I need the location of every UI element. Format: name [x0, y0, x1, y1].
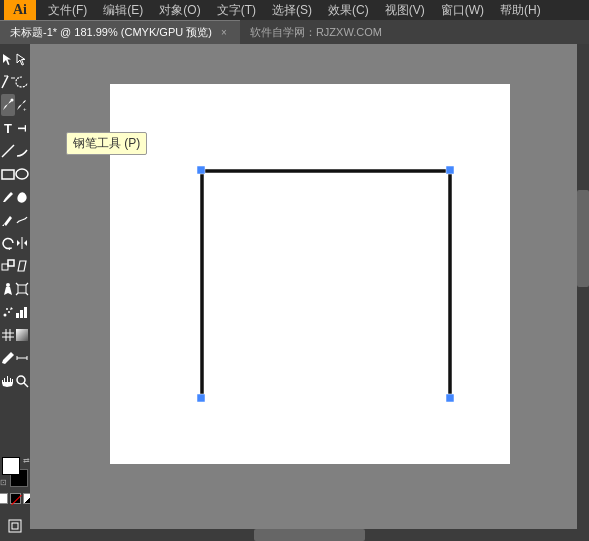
- free-transform-tool[interactable]: [15, 278, 29, 300]
- default-colors-icon[interactable]: ⊡: [0, 479, 7, 487]
- eyedropper-tools: [1, 347, 29, 369]
- pen-tool[interactable]: [1, 94, 15, 116]
- canvas-document: [110, 84, 510, 464]
- svg-rect-9: [2, 264, 8, 270]
- svg-line-5: [2, 145, 14, 157]
- svg-point-27: [17, 376, 25, 384]
- wand-tools: [1, 71, 29, 93]
- swap-colors-icon[interactable]: ⇄: [23, 457, 30, 465]
- vertical-type-tool[interactable]: T: [15, 117, 29, 139]
- svg-line-28: [24, 383, 28, 387]
- menu-type[interactable]: 文字(T): [209, 0, 264, 20]
- add-anchor-tool[interactable]: +: [15, 94, 29, 116]
- main-area: + T T: [0, 44, 589, 541]
- none-mode-button[interactable]: [10, 493, 21, 504]
- color-section: ⇄ ⊡: [0, 453, 30, 508]
- line-tool[interactable]: [1, 140, 15, 162]
- svg-line-0: [2, 76, 8, 88]
- shear-tool[interactable]: [15, 255, 29, 277]
- hand-tool[interactable]: [1, 370, 15, 392]
- pencil-tools: [1, 209, 29, 231]
- fill-swatch[interactable]: [2, 457, 20, 475]
- measure-tool[interactable]: [15, 347, 29, 369]
- svg-rect-12: [18, 285, 26, 293]
- shape-tools: [1, 163, 29, 185]
- transform-tools-1: [1, 232, 29, 254]
- zoom-tool[interactable]: [15, 370, 29, 392]
- screen-mode-section: [4, 515, 26, 537]
- svg-rect-6: [2, 170, 14, 179]
- svg-rect-29: [9, 520, 21, 532]
- gradient-mode-button[interactable]: [23, 493, 31, 504]
- menu-object[interactable]: 对象(O): [151, 0, 208, 20]
- selection-tools: [1, 48, 29, 70]
- selection-tool[interactable]: [1, 48, 15, 70]
- brush-tools: [1, 186, 29, 208]
- svg-point-3: [11, 99, 14, 102]
- svg-rect-23: [16, 329, 28, 341]
- menu-bar: Ai 文件(F) 编辑(E) 对象(O) 文字(T) 选择(S) 效果(C) 视…: [0, 0, 589, 20]
- menu-file[interactable]: 文件(F): [40, 0, 95, 20]
- direct-selection-tool[interactable]: [15, 48, 29, 70]
- svg-point-13: [4, 314, 7, 317]
- svg-rect-18: [24, 307, 27, 318]
- menu-help[interactable]: 帮助(H): [492, 0, 549, 20]
- view-tools: [1, 370, 29, 392]
- svg-rect-10: [8, 260, 14, 266]
- scale-tool[interactable]: [1, 255, 15, 277]
- eyedropper-tool[interactable]: [1, 347, 15, 369]
- tool-tooltip: 钢笔工具 (P): [66, 132, 147, 155]
- column-graph-tool[interactable]: [15, 301, 29, 323]
- app-logo: Ai: [4, 0, 36, 20]
- gradient-tool[interactable]: [15, 324, 29, 346]
- type-tools: T T: [1, 117, 29, 139]
- toolbar: + T T: [0, 44, 30, 541]
- menu-effect[interactable]: 效果(C): [320, 0, 377, 20]
- menu-window[interactable]: 窗口(W): [433, 0, 492, 20]
- mesh-tool[interactable]: [1, 324, 15, 346]
- screen-mode-button[interactable]: [4, 515, 26, 537]
- lasso-tool[interactable]: [15, 71, 29, 93]
- color-mode-button[interactable]: [0, 493, 8, 504]
- tab-bar: 未标题-1* @ 181.99% (CMYK/GPU 预览) × 软件自学网：R…: [0, 20, 589, 44]
- arc-tool[interactable]: [15, 140, 29, 162]
- active-tab[interactable]: 未标题-1* @ 181.99% (CMYK/GPU 预览) ×: [0, 20, 240, 44]
- canvas-area[interactable]: 钢笔工具 (P): [30, 44, 589, 541]
- svg-point-14: [8, 311, 10, 313]
- svg-rect-30: [12, 523, 18, 529]
- svg-text:+: +: [23, 106, 27, 112]
- svg-rect-17: [20, 310, 23, 318]
- line-tools: [1, 140, 29, 162]
- puppet-warp-tool[interactable]: [1, 278, 15, 300]
- menu-view[interactable]: 视图(V): [377, 0, 433, 20]
- svg-point-15: [6, 308, 8, 310]
- rotate-tool[interactable]: [1, 232, 15, 254]
- transform-tools-2: [1, 255, 29, 277]
- svg-rect-16: [16, 313, 19, 318]
- magic-wand-tool[interactable]: [1, 71, 15, 93]
- svg-point-11: [6, 283, 10, 287]
- pencil-tool[interactable]: [1, 209, 15, 231]
- blob-brush-tool[interactable]: [15, 186, 29, 208]
- menu-select[interactable]: 选择(S): [264, 0, 320, 20]
- tab-close-button[interactable]: ×: [218, 27, 230, 39]
- horizontal-scrollbar[interactable]: [30, 529, 589, 541]
- misc-tools-1: [1, 278, 29, 300]
- pen-tools: +: [1, 94, 29, 116]
- smooth-tool[interactable]: [15, 209, 29, 231]
- symbol-sprayer-tool[interactable]: [1, 301, 15, 323]
- reflect-tool[interactable]: [15, 232, 29, 254]
- type-tool[interactable]: T: [1, 117, 15, 139]
- tab-bar-right-text: 软件自学网：RJZXW.COM: [240, 20, 392, 44]
- rectangle-tool[interactable]: [1, 163, 15, 185]
- menu-items: 文件(F) 编辑(E) 对象(O) 文字(T) 选择(S) 效果(C) 视图(V…: [40, 0, 549, 20]
- mesh-gradient-tools: [1, 324, 29, 346]
- paintbrush-tool[interactable]: [1, 186, 15, 208]
- misc-tools-2: [1, 301, 29, 323]
- menu-edit[interactable]: 编辑(E): [95, 0, 151, 20]
- svg-point-7: [16, 169, 28, 179]
- tab-label: 未标题-1* @ 181.99% (CMYK/GPU 预览): [10, 25, 212, 40]
- ellipse-tool[interactable]: [15, 163, 29, 185]
- vertical-scrollbar[interactable]: [577, 44, 589, 529]
